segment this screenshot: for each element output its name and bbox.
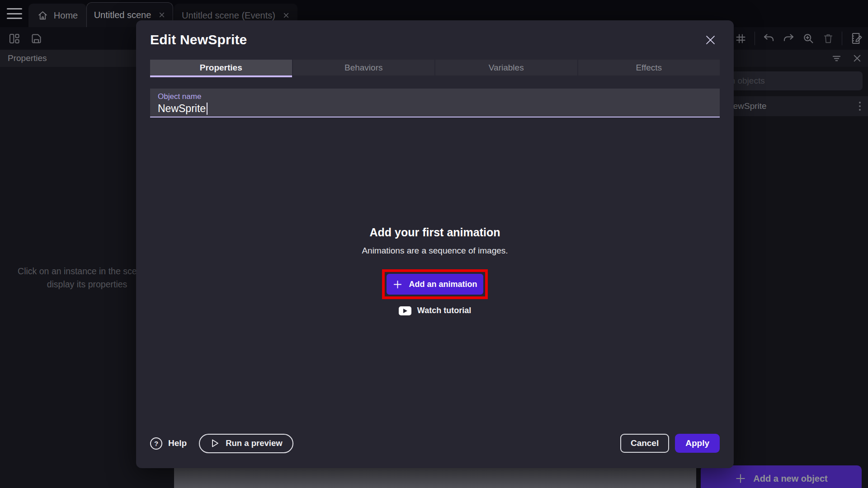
watch-tutorial-button[interactable]: Watch tutorial	[136, 306, 734, 315]
text-caret	[207, 103, 208, 115]
apply-button[interactable]: Apply	[675, 434, 720, 453]
empty-state-subtext: Animations are a sequence of images.	[136, 246, 734, 256]
edit-object-dialog: Edit NewSprite Properties Behaviors Vari…	[136, 20, 734, 468]
plus-icon	[392, 279, 403, 290]
tab-effects[interactable]: Effects	[578, 60, 720, 77]
object-name-value: NewSprite	[158, 103, 720, 115]
dialog-tabs: Properties Behaviors Variables Effects	[150, 60, 720, 77]
empty-state-heading: Add your first animation	[136, 226, 734, 239]
highlight-box: Add an animation	[382, 269, 488, 299]
animations-empty-state: Add your first animation Animations are …	[136, 226, 734, 315]
tab-properties[interactable]: Properties	[150, 60, 292, 77]
object-name-field[interactable]: Object name NewSprite	[150, 89, 720, 117]
close-icon[interactable]	[704, 34, 717, 46]
object-name-label: Object name	[158, 92, 720, 101]
play-icon	[210, 438, 220, 448]
dialog-title: Edit NewSprite	[150, 32, 247, 47]
tab-variables[interactable]: Variables	[435, 60, 577, 77]
help-button[interactable]: ? Help	[150, 437, 187, 450]
cancel-button[interactable]: Cancel	[620, 434, 669, 453]
help-icon: ?	[150, 437, 162, 450]
add-animation-button[interactable]: Add an animation	[387, 274, 483, 295]
dialog-footer: ? Help Run a preview Cancel Apply	[150, 433, 720, 453]
tab-behaviors[interactable]: Behaviors	[293, 60, 435, 77]
run-preview-button[interactable]: Run a preview	[199, 434, 293, 453]
youtube-icon	[399, 306, 411, 315]
